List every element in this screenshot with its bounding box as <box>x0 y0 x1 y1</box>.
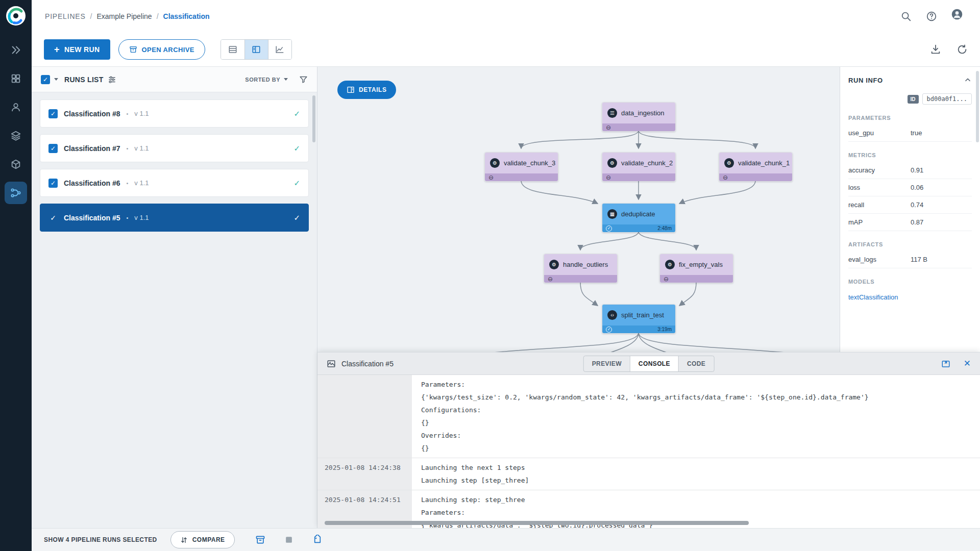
dag-node-deduplicate[interactable]: ▦ deduplicate ✓ 2:48m <box>602 203 676 233</box>
filter-icon[interactable] <box>299 75 308 84</box>
node-label: split_train_test <box>621 311 664 319</box>
check-icon: ✓ <box>51 110 56 117</box>
cached-status-icon: ⊖ <box>606 174 611 181</box>
node-label: fix_empty_vals <box>679 261 723 268</box>
run-row-classification-8[interactable]: ✓ Classification #8 • v 1.1 ✓ <box>40 99 309 128</box>
table-view-button[interactable] <box>221 40 244 59</box>
artifact-row: eval_logs 117 B <box>848 251 972 268</box>
new-run-button[interactable]: + NEW RUN <box>44 39 110 60</box>
dag-node-handle-outliers[interactable]: ⚙ handle_outliers ⊖ <box>544 254 618 283</box>
run-row-classification-7[interactable]: ✓ Classification #7 • v 1.1 ✓ <box>40 134 309 162</box>
row-checkbox[interactable]: ✓ <box>48 213 58 222</box>
dag-node-validate-chunk-3[interactable]: ⚙ validate_chunk_3 ⊖ <box>484 152 558 182</box>
status-completed-icon: ✓ <box>293 144 300 153</box>
runs-list-scrollbar[interactable] <box>312 95 315 142</box>
sorted-by-dropdown[interactable]: SORTED BY <box>245 77 288 83</box>
topbar-icons <box>900 9 967 24</box>
row-checkbox[interactable]: ✓ <box>48 109 58 118</box>
close-icon[interactable]: ✕ <box>964 358 971 369</box>
cached-status-icon: ⊖ <box>723 174 728 181</box>
artifact-key[interactable]: eval_logs <box>848 256 911 263</box>
expand-panel-icon[interactable] <box>941 359 950 368</box>
details-label: DETAILS <box>359 86 387 93</box>
dag-node-data-ingestion[interactable]: ☰ data_ingestion ⊖ <box>602 102 676 132</box>
breadcrumb-root[interactable]: PIPELINES <box>45 12 86 20</box>
app: PIPELINES / Example Pipeline / Classific… <box>0 0 980 551</box>
id-badge: ID <box>908 95 919 104</box>
runs-panel: ✓ RUNS LIST SORTED BY <box>32 67 317 528</box>
dag-node-validate-chunk-1[interactable]: ⚙ validate_chunk_1 ⊖ <box>719 152 793 182</box>
row-checkbox[interactable]: ✓ <box>48 144 58 153</box>
tag-icon[interactable] <box>312 535 323 545</box>
node-footer: ⊖ <box>660 275 733 283</box>
main-area: PIPELINES / Example Pipeline / Classific… <box>32 0 980 551</box>
node-footer: ✓ 3:19m <box>602 325 675 333</box>
archive-selected-icon[interactable] <box>255 535 265 545</box>
open-archive-button[interactable]: OPEN ARCHIVE <box>118 39 205 60</box>
details-button[interactable]: DETAILS <box>337 81 396 99</box>
select-all-caret-icon[interactable] <box>54 78 58 81</box>
metric-value: 0.74 <box>911 201 972 209</box>
tab-console[interactable]: CONSOLE <box>630 356 678 371</box>
node-label: validate_chunk_2 <box>621 159 673 167</box>
run-name: Classification #5 <box>64 214 120 222</box>
dag-node-split-train-test[interactable]: ‹› split_train_test ✓ 3:19m <box>602 304 676 334</box>
collapse-chevron-icon[interactable] <box>964 76 972 84</box>
run-name: Classification #8 <box>64 110 120 118</box>
workers-icon[interactable] <box>5 96 27 118</box>
search-icon[interactable] <box>900 11 912 22</box>
model-link[interactable]: textClassification <box>848 293 898 301</box>
select-all-checkbox[interactable]: ✓ <box>41 75 50 84</box>
console-log[interactable]: Parameters: {'kwargs/test_size': 0.2, 'k… <box>317 375 980 528</box>
run-id-value[interactable]: bd00a0f1... <box>922 93 972 105</box>
projects-icon[interactable] <box>5 67 27 90</box>
run-name: Classification #6 <box>64 179 120 187</box>
node-header: ⚙ handle_outliers <box>544 254 617 275</box>
split-view-button[interactable] <box>244 40 268 59</box>
log-group: 2025-01-08 14:24:38 Launching the next 1… <box>317 458 980 490</box>
models-icon[interactable] <box>5 153 27 176</box>
parameter-value: true <box>911 129 972 137</box>
auto-refresh-icon[interactable] <box>957 44 968 55</box>
models-section-title: MODELS <box>848 279 972 288</box>
tab-code[interactable]: CODE <box>678 356 714 371</box>
run-info-scrollbar[interactable] <box>976 71 979 142</box>
breadcrumb-project[interactable]: Example Pipeline <box>96 12 152 20</box>
column-settings-icon[interactable] <box>108 75 116 84</box>
log-line: Launching the next 1 steps <box>421 461 971 474</box>
run-row-classification-6[interactable]: ✓ Classification #6 • v 1.1 ✓ <box>40 169 309 197</box>
download-icon[interactable] <box>930 44 941 55</box>
completed-status-icon: ✓ <box>606 226 612 232</box>
log-line: Overrides: <box>421 429 971 442</box>
app-logo-icon[interactable] <box>5 5 27 27</box>
console-actions: ✕ <box>941 358 971 369</box>
run-version: v 1.1 <box>134 179 149 187</box>
dag-node-fix-empty-vals[interactable]: ⚙ fix_empty_vals ⊖ <box>659 254 733 283</box>
getting-started-icon[interactable] <box>5 39 27 61</box>
tab-preview[interactable]: PREVIEW <box>584 356 630 371</box>
log-timestamp: 2025-01-08 14:24:38 <box>317 458 412 490</box>
compare-button[interactable]: COMPARE <box>170 531 235 548</box>
node-runtime: 3:19m <box>657 327 672 332</box>
dag-node-validate-chunk-2[interactable]: ⚙ validate_chunk_2 ⊖ <box>602 152 676 182</box>
node-header: ☰ data_ingestion <box>602 103 675 123</box>
console-horizontal-scrollbar[interactable] <box>325 521 749 525</box>
user-avatar[interactable] <box>951 9 967 24</box>
run-row-classification-5[interactable]: ✓ Classification #5 • v 1.1 ✓ <box>40 204 309 232</box>
gear-icon: ⚙ <box>607 158 617 168</box>
node-header: ⚙ validate_chunk_1 <box>719 153 792 173</box>
footer-bar: SHOW 4 PIPELINE RUNS SELECTED COMPARE <box>32 528 980 551</box>
log-lines: Launching the next 1 steps Launching ste… <box>412 458 980 490</box>
metric-key: mAP <box>848 218 911 226</box>
chart-view-button[interactable] <box>268 40 291 59</box>
datasets-icon[interactable] <box>5 124 27 147</box>
sidebar <box>0 0 32 551</box>
pipelines-icon[interactable] <box>5 182 27 204</box>
gear-icon: ⚙ <box>724 158 734 168</box>
breadcrumb-current[interactable]: Classification <box>163 12 210 20</box>
row-checkbox[interactable]: ✓ <box>48 179 58 188</box>
help-icon[interactable] <box>926 11 937 22</box>
node-label: validate_chunk_1 <box>738 159 790 167</box>
log-group: Parameters: {'kwargs/test_size': 0.2, 'k… <box>317 375 980 458</box>
gear-icon: ⚙ <box>490 158 500 168</box>
